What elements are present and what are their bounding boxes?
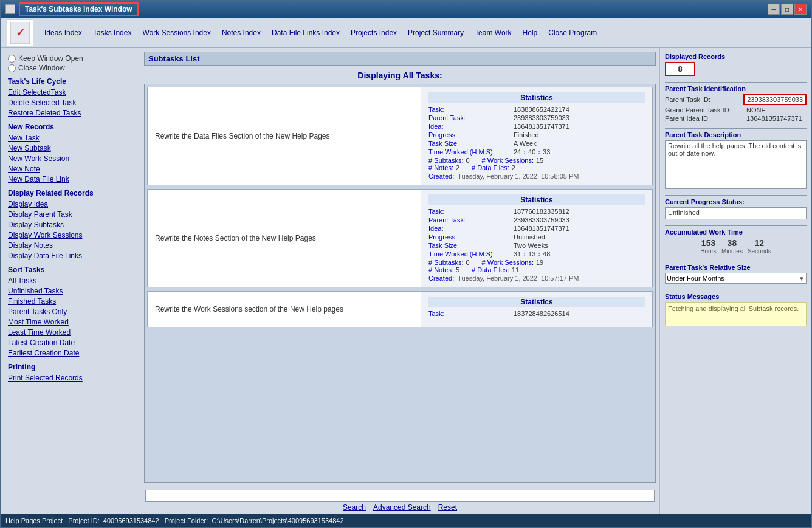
menu-data-file-links-index[interactable]: Data File Links Index [267, 26, 345, 39]
parent-task-id-row: Parent Task ID: 239383303759033 [665, 94, 807, 105]
parent-idea-id-row: Parent Idea ID: 136481351747371 [665, 115, 807, 122]
stats-header-2: Statistics [428, 194, 645, 205]
new-subtask-link[interactable]: New Subtask [8, 143, 132, 153]
menu-ideas-index[interactable]: Ideas Index [40, 26, 87, 39]
search-links: Search Advanced Search Reset [145, 503, 655, 512]
new-note-link[interactable]: New Note [8, 164, 132, 174]
edit-selected-task-link[interactable]: Edit SelectedTask [8, 87, 132, 97]
task-card-2-title: Rewrite the Notes Section of the New Hel… [155, 234, 316, 242]
status-project-id: 400956931534842 [103, 517, 159, 524]
new-work-session-link[interactable]: New Work Session [8, 154, 132, 163]
stats-row-time-1: Time Worked (H:M:S): 24 : 40 : 33 [428, 148, 645, 156]
task-card-1[interactable]: Rewrite the Data Files Section of the Ne… [147, 87, 653, 185]
current-progress-section: Current Progress Status: Unfinished [665, 198, 807, 219]
search-bar: Search Advanced Search Reset [140, 487, 659, 514]
menu-team-work[interactable]: Team Work [470, 26, 516, 39]
sort-tasks-title: Sort Tasks [8, 266, 132, 274]
task-card-3-title-area: Rewrite the Work Sessions section of the… [148, 292, 421, 327]
stats-header-1: Statistics [428, 92, 645, 103]
relative-size-label: Parent Task's Relative Size [665, 264, 807, 271]
parent-task-desc-value: Rewrite all the help pages. The old cont… [665, 140, 807, 189]
earliest-creation-date-link[interactable]: Earliest Creation Date [8, 348, 132, 358]
menu-work-sessions-index[interactable]: Work Sessions Index [137, 26, 216, 39]
close-window-button[interactable]: ✕ [794, 4, 807, 15]
divider-4 [665, 225, 807, 226]
parent-task-desc-section: Parent Task Description Rewrite all the … [665, 131, 807, 189]
menu-projects-index[interactable]: Projects Index [346, 26, 402, 39]
hours-label: Hours [700, 248, 717, 255]
parent-tasks-only-link[interactable]: Parent Tasks Only [8, 307, 132, 317]
accumulated-work-time: 153 Hours 38 Minutes 12 Seconds [665, 238, 807, 255]
task-card-1-title: Rewrite the Data Files Section of the Ne… [155, 132, 329, 140]
display-data-file-links-link[interactable]: Display Data File Links [8, 251, 132, 261]
display-related-title: Display Related Records [8, 189, 132, 197]
grand-parent-task-id-value: NONE [746, 106, 766, 114]
stats-dual-1b: # Notes: 2 # Data Files: 2 [428, 164, 645, 171]
menu-notes-index[interactable]: Notes Index [217, 26, 266, 39]
parent-task-id-label: Parent Task Identification [665, 85, 807, 92]
print-selected-records-link[interactable]: Print Selected Records [8, 373, 132, 383]
status-messages-section: Status Messages Fetching and displaying … [665, 293, 807, 326]
display-notes-link[interactable]: Display Notes [8, 241, 132, 250]
status-bar-text: Help Pages Project Project ID: 400956931… [5, 517, 344, 524]
most-time-worked-link[interactable]: Most Time Worked [8, 317, 132, 327]
subtasks-display-title: Displaying All Tasks: [144, 70, 656, 80]
current-progress-label: Current Progress Status: [665, 198, 807, 205]
subtasks-list-wrapper: Rewrite the Data Files Section of the Ne… [144, 84, 656, 483]
task-card-3[interactable]: Rewrite the Work Sessions section of the… [147, 291, 653, 327]
stats-row-time-2: Time Worked (H:M:S): 31 : 13 : 48 [428, 250, 645, 258]
unfinished-tasks-link[interactable]: Unfinished Tasks [8, 286, 132, 296]
close-window-radio[interactable]: Close Window [8, 64, 132, 72]
menu-close-program[interactable]: Close Program [543, 26, 602, 39]
title-bar: Task's Subtasks Index Window ─ □ ✕ [1, 1, 811, 18]
all-tasks-link[interactable]: All Tasks [8, 276, 132, 286]
advanced-search-link[interactable]: Advanced Search [373, 503, 431, 512]
stats-dual-2a: # Subtasks: 0 # Work Sessions: 19 [428, 259, 645, 266]
divider-3 [665, 195, 807, 196]
new-data-file-link-link[interactable]: New Data File Link [8, 174, 132, 184]
displayed-records-label: Displayed Records [665, 53, 807, 60]
center-content: Subtasks List Displaying All Tasks: Rewr… [140, 48, 659, 514]
right-panel: Displayed Records 8 Parent Task Identifi… [659, 48, 811, 514]
finished-tasks-link[interactable]: Finished Tasks [8, 297, 132, 306]
stats-row-progress-2: Progress: Unfinished [428, 233, 645, 241]
menu-tasks-index[interactable]: Tasks Index [88, 26, 136, 39]
keep-window-open-radio[interactable]: Keep Window Open [8, 54, 132, 63]
search-link[interactable]: Search [343, 503, 366, 512]
stats-row-task-3: Task: 183728482626514 [428, 310, 645, 317]
delete-selected-task-link[interactable]: Delete Selected Task [8, 98, 132, 108]
grand-parent-task-id-row: Grand Parent Task ID: NONE [665, 106, 807, 114]
stats-row-parent-1: Parent Task: 239383303759033 [428, 114, 645, 122]
search-input[interactable] [145, 490, 655, 502]
least-time-worked-link[interactable]: Least Time Worked [8, 327, 132, 337]
status-project-folder-label: Project Folder: [165, 517, 208, 524]
maximize-button[interactable]: □ [781, 4, 793, 15]
window-controls: ─ □ ✕ [768, 4, 807, 15]
reset-link[interactable]: Reset [438, 503, 457, 512]
menu-help[interactable]: Help [518, 26, 543, 39]
task-card-2[interactable]: Rewrite the Notes Section of the New Hel… [147, 189, 653, 287]
display-subtasks-link[interactable]: Display Subtasks [8, 220, 132, 230]
stats-row-task-1: Task: 183808652422174 [428, 106, 645, 113]
close-window-label: Close Window [18, 64, 65, 72]
seconds-value: 12 [748, 238, 771, 248]
new-task-link[interactable]: New Task [8, 133, 132, 143]
display-work-sessions-link[interactable]: Display Work Sessions [8, 230, 132, 240]
status-project-id-label: Project ID: [68, 517, 99, 524]
main-content: Keep Window Open Close Window Task's Lif… [1, 48, 811, 514]
stats-row-parent-2: Parent Task: 239383303759033 [428, 216, 645, 224]
minimize-button[interactable]: ─ [768, 4, 780, 15]
stats-row-size-2: Task Size: Two Weeks [428, 242, 645, 249]
menu-project-summary[interactable]: Project Summary [403, 26, 469, 39]
printing-title: Printing [8, 363, 132, 371]
relative-size-dropdown[interactable]: Under Four Months ▼ [665, 273, 807, 284]
subtasks-list[interactable]: Rewrite the Data Files Section of the Ne… [145, 84, 655, 482]
restore-deleted-tasks-link[interactable]: Restore Deleted Tasks [8, 108, 132, 118]
stats-row-progress-1: Progress: Finished [428, 131, 645, 139]
latest-creation-date-link[interactable]: Latest Creation Date [8, 338, 132, 348]
stats-created-2: Created: Tuesday, February 1, 2022 10:57… [428, 275, 645, 282]
stats-row-idea-2: Idea: 136481351747371 [428, 225, 645, 232]
display-idea-link[interactable]: Display Idea [8, 199, 132, 209]
relative-size-section: Parent Task's Relative Size Under Four M… [665, 264, 807, 284]
display-parent-task-link[interactable]: Display Parent Task [8, 210, 132, 219]
